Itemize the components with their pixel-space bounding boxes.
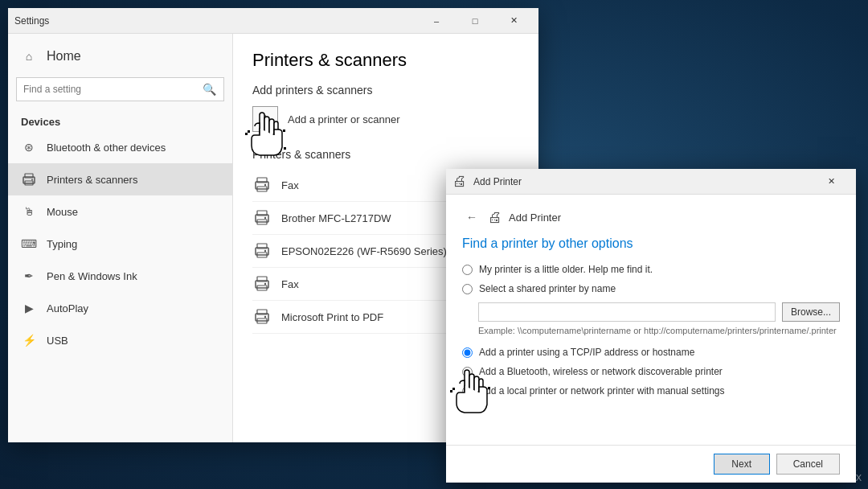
add-printer-label: Add a printer or scanner — [288, 113, 399, 125]
sidebar-item-bluetooth[interactable]: ⊛ Bluetooth & other devices — [8, 131, 232, 163]
sidebar-item-autoplay[interactable]: ▶ AutoPlay — [8, 292, 232, 324]
sidebar-search-container: 🔍 — [16, 77, 224, 101]
svg-point-23 — [264, 316, 266, 318]
add-printer-button[interactable]: + — [252, 106, 278, 132]
sidebar: ⌂ Home 🔍 Devices ⊛ Bluetooth & other dev… — [8, 34, 233, 442]
dialog-title: Add Printer — [473, 176, 522, 187]
manual-label: Add a local printer or network printer w… — [479, 385, 724, 397]
printer-name: Fax — [281, 278, 299, 290]
sidebar-item-printers[interactable]: Printers & scanners — [8, 163, 232, 195]
maximize-button[interactable]: □ — [457, 8, 493, 34]
bluetooth-printer-label: Add a Bluetooth, wireless or network dis… — [479, 366, 723, 377]
window-controls: – □ ✕ — [418, 8, 532, 34]
sidebar-item-label: Bluetooth & other devices — [47, 142, 166, 154]
tcpip-label: Add a printer using a TCP/IP address or … — [479, 347, 694, 358]
svg-point-19 — [264, 283, 266, 285]
usb-icon: ⚡ — [21, 332, 37, 348]
mouse-icon: 🖱 — [21, 203, 37, 220]
browse-button[interactable]: Browse... — [782, 302, 840, 322]
sidebar-item-typing[interactable]: ⌨ Typing — [8, 228, 232, 260]
tcpip-radio[interactable] — [462, 347, 473, 358]
printer-device-icon — [252, 241, 272, 261]
add-section-title: Add printers & scanners — [252, 84, 519, 97]
dialog-nav: ← 🖨 Add Printer — [462, 208, 840, 227]
autoplay-icon: ▶ — [21, 300, 37, 316]
search-input[interactable] — [23, 84, 201, 95]
scanners-section-title: Printers & scanners — [252, 148, 519, 161]
settings-title: Settings — [14, 15, 49, 27]
sidebar-item-label: Mouse — [47, 206, 78, 218]
dialog-footer: Next Cancel — [446, 445, 856, 483]
printer-name: Brother MFC-L2717DW — [281, 212, 391, 224]
settings-titlebar: Settings – □ ✕ — [8, 8, 538, 34]
add-printer-row: + Add a printer or scanner — [252, 106, 519, 132]
minimize-button[interactable]: – — [418, 8, 455, 34]
radio-option-shared[interactable]: Select a shared printer by name — [462, 283, 840, 294]
sidebar-item-label: Printers & scanners — [47, 174, 137, 186]
pen-icon: ✒ — [21, 268, 37, 284]
sidebar-item-usb[interactable]: ⚡ USB — [8, 324, 232, 356]
printer-device-icon — [252, 208, 272, 228]
dialog-printer-icon: 🖨 — [452, 173, 467, 190]
dialog-body: ← 🖨 Add Printer Find a printer by other … — [446, 195, 856, 445]
printer-device-icon — [252, 307, 272, 327]
find-printer-title: Find a printer by other options — [462, 236, 840, 251]
bluetooth-printer-radio[interactable] — [462, 367, 473, 377]
radio-option-bluetooth[interactable]: Add a Bluetooth, wireless or network dis… — [462, 366, 840, 377]
sidebar-item-label: USB — [47, 335, 68, 347]
search-icon: 🔍 — [201, 81, 217, 97]
older-radio[interactable] — [462, 265, 473, 275]
printer-device-icon — [252, 274, 272, 294]
example-text: Example: \\computername\printername or h… — [478, 325, 840, 337]
add-printer-dialog: 🖨 Add Printer ✕ ← 🖨 Add Printer Find a p… — [446, 169, 856, 483]
printer-device-icon — [252, 175, 272, 195]
shared-radio[interactable] — [462, 284, 473, 294]
back-button[interactable]: ← — [462, 208, 481, 227]
next-button[interactable]: Next — [714, 454, 770, 475]
dialog-close-button[interactable]: ✕ — [813, 169, 850, 195]
svg-point-15 — [264, 250, 266, 252]
page-title: Printers & scanners — [252, 50, 519, 71]
printer-name: Fax — [281, 179, 299, 191]
typing-icon: ⌨ — [21, 236, 37, 252]
sidebar-home[interactable]: ⌂ Home — [8, 40, 232, 72]
svg-point-7 — [264, 184, 266, 186]
sidebar-item-label: Typing — [47, 238, 77, 250]
cancel-button[interactable]: Cancel — [776, 454, 840, 475]
sidebar-home-label: Home — [47, 49, 81, 64]
older-label: My printer is a little older. Help me fi… — [479, 264, 653, 275]
dialog-nav-title: Add Printer — [509, 212, 561, 224]
printer-icon — [21, 171, 37, 187]
watermark: UCSTEX — [825, 473, 862, 483]
radio-option-tcpip[interactable]: Add a printer using a TCP/IP address or … — [462, 347, 840, 358]
sidebar-devices-heading: Devices — [8, 109, 232, 131]
bluetooth-icon: ⊛ — [21, 139, 37, 155]
dialog-nav-icon: 🖨 — [488, 209, 502, 226]
dialog-title-row: 🖨 Add Printer — [452, 173, 522, 190]
radio-option-manual[interactable]: Add a local printer or network printer w… — [462, 385, 840, 397]
svg-point-3 — [31, 179, 33, 181]
svg-point-11 — [264, 217, 266, 219]
sidebar-item-label: AutoPlay — [47, 302, 88, 314]
radio-option-older[interactable]: My printer is a little older. Help me fi… — [462, 264, 840, 275]
sidebar-item-label: Pen & Windows Ink — [47, 270, 137, 282]
printer-name: EPSON02E226 (WF-R5690 Series) — [281, 245, 447, 257]
sidebar-item-mouse[interactable]: 🖱 Mouse — [8, 195, 232, 228]
printer-name: Microsoft Print to PDF — [281, 311, 383, 323]
shared-printer-input[interactable] — [478, 302, 776, 322]
manual-radio[interactable] — [462, 386, 473, 397]
close-button[interactable]: ✕ — [495, 8, 532, 34]
shared-printer-input-row: Browse... — [478, 302, 840, 322]
sidebar-item-pen[interactable]: ✒ Pen & Windows Ink — [8, 260, 232, 292]
dialog-titlebar: 🖨 Add Printer ✕ — [446, 169, 856, 195]
shared-label: Select a shared printer by name — [479, 283, 616, 294]
home-icon: ⌂ — [21, 48, 37, 64]
